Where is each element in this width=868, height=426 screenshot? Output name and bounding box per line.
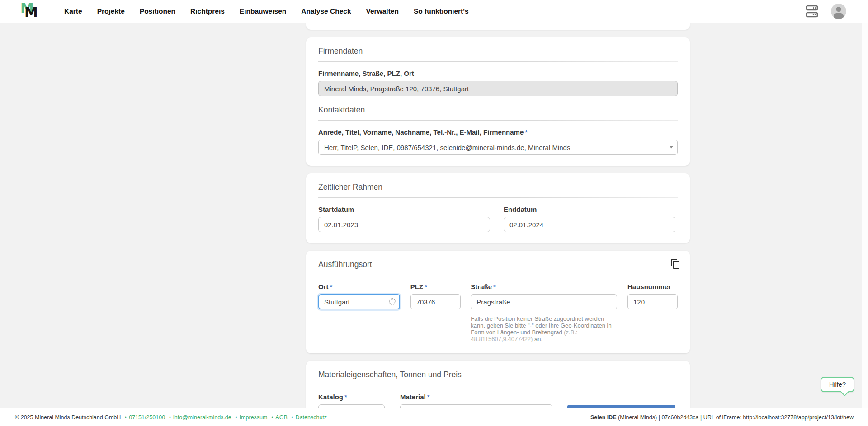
scrollbar-track[interactable] (862, 23, 868, 408)
footer-impressum-link[interactable]: Impressum (240, 414, 268, 421)
mineral-minds-logo[interactable]: M M (20, 1, 40, 21)
materialeigenschaften-title: Materialeigenschaften, Tonnen und Preis (318, 370, 678, 379)
nav-item-positionen[interactable]: Positionen (140, 7, 175, 15)
required-asterisk: * (427, 393, 430, 401)
contact-select[interactable]: Herr, TitelP, Selen, IDE, 0987/654321, s… (318, 140, 678, 155)
footer-email-link[interactable]: info@mineral-minds.de (173, 414, 231, 421)
footer-copyright: © 2025 Mineral Minds Deutschland GmbH (15, 414, 121, 421)
loading-spinner-icon (389, 298, 396, 305)
nav-item-einbauweisen[interactable]: Einbauweisen (240, 7, 286, 15)
contact-field-label: Anrede, Titel, Vorname, Nachname, Tel.-N… (318, 129, 678, 136)
chevron-down-icon (670, 146, 673, 149)
nav-item-verwalten[interactable]: Verwalten (366, 7, 399, 15)
footer-debug-info: Selen IDE (Mineral Minds) | 07c60b2d43ca… (590, 414, 854, 421)
zeitlicher-rahmen-title: Zeitlicher Rahmen (318, 183, 678, 192)
help-button[interactable]: Hilfe? (821, 377, 854, 392)
previous-card-cutoff (306, 23, 690, 30)
startdatum-label: Startdatum (318, 206, 490, 213)
plz-label: PLZ* (410, 283, 461, 290)
company-field (318, 81, 678, 96)
strasse-label: Straße* (471, 283, 617, 290)
server-icon[interactable] (805, 4, 819, 19)
required-asterisk: * (330, 283, 333, 290)
nav-item-projekte[interactable]: Projekte (97, 7, 125, 15)
required-asterisk: * (425, 283, 427, 290)
required-asterisk: * (344, 393, 347, 401)
hausnummer-input[interactable] (627, 294, 678, 309)
copy-icon[interactable] (670, 258, 681, 269)
firmendaten-title: Firmendaten (318, 47, 678, 56)
strasse-input[interactable] (471, 294, 617, 309)
top-navigation-bar: M M Karte Projekte Positionen Richtpreis… (0, 0, 868, 23)
hausnummer-label: Hausnummer (627, 283, 678, 290)
footer-phone-link[interactable]: 07151/250100 (129, 414, 165, 421)
required-asterisk: * (493, 283, 496, 290)
card-zeitlicher-rahmen: Zeitlicher Rahmen Startdatum Enddatum (306, 173, 690, 243)
ausfuehrungsort-title: Ausführungsort (318, 260, 678, 269)
startdatum-input[interactable] (318, 217, 490, 232)
card-firmendaten: Firmendaten Firmenname, Straße, PLZ, Ort… (306, 37, 690, 166)
footer-agb-link[interactable]: AGB (275, 414, 287, 421)
nav-item-karte[interactable]: Karte (64, 7, 82, 15)
ort-label: Ort* (318, 283, 400, 290)
main-nav: Karte Projekte Positionen Richtpreis Ein… (64, 7, 469, 15)
footer-left: © 2025 Mineral Minds Deutschland GmbH •0… (15, 414, 327, 421)
card-ausfuehrungsort: Ausführungsort Ort* PLZ* Straße* Falls d… (306, 251, 690, 353)
enddatum-label: Enddatum (504, 206, 675, 213)
strasse-hint: Falls die Position keiner Straße zugeord… (471, 315, 617, 342)
enddatum-input[interactable] (504, 217, 675, 232)
user-avatar-icon[interactable] (831, 4, 846, 19)
required-asterisk: * (525, 128, 528, 136)
plz-input[interactable] (410, 294, 461, 309)
material-label: Material* (400, 393, 552, 401)
nav-item-analyse-check[interactable]: Analyse Check (301, 7, 351, 15)
nav-item-so-funktionierts[interactable]: So funktioniert's (414, 7, 469, 15)
ort-input[interactable] (318, 294, 400, 309)
katalog-label: Katalog* (318, 393, 385, 401)
topbar-actions (805, 4, 846, 19)
kontaktdaten-title: Kontaktdaten (318, 105, 678, 115)
form-column: Firmendaten Firmenname, Straße, PLZ, Ort… (306, 23, 690, 426)
company-field-label: Firmenname, Straße, PLZ, Ort (318, 70, 678, 77)
footer: © 2025 Mineral Minds Deutschland GmbH •0… (0, 408, 868, 426)
footer-datenschutz-link[interactable]: Datenschutz (296, 414, 327, 421)
nav-item-richtpreis[interactable]: Richtpreis (190, 7, 225, 15)
